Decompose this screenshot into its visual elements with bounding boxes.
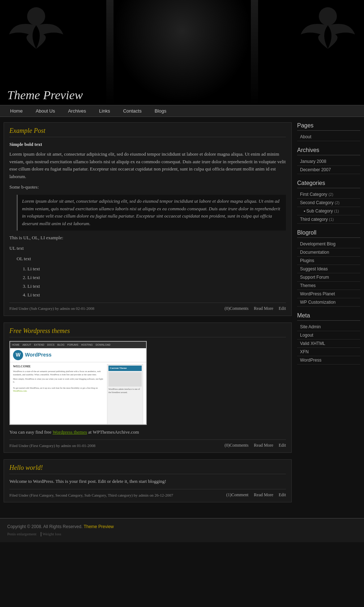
post-comments-link-wp[interactable]: (0)Comments (224, 443, 248, 448)
wp-nav-item: ABOUT (22, 343, 31, 347)
nav-about-us[interactable]: About Us (29, 105, 61, 117)
blogroll-docs-link[interactable]: Documentation (297, 248, 360, 256)
site-header: Theme Preview (0, 0, 364, 105)
blogroll-devblog-link[interactable]: Development Blog (297, 240, 360, 248)
nav-archives[interactable]: Archives (61, 105, 93, 117)
svg-point-0 (27, 7, 45, 25)
footer-link-2[interactable]: Weight loss (43, 532, 61, 536)
sidebar-cat-second-link[interactable]: Second Category (2) (297, 199, 360, 207)
post-body-example: Simple bold text Lorem ipsum dolor sit a… (9, 141, 286, 299)
post-read-more-link[interactable]: Read More (254, 306, 273, 311)
wp-brand-text: WordPress (25, 351, 52, 359)
list-item: Li text (27, 291, 286, 299)
sidebar-category-item-sub: ▪ Sub Category (1) (297, 207, 360, 215)
sidebar-pages: Pages About (297, 122, 360, 141)
svg-point-1 (319, 7, 337, 25)
blogroll-themes-link[interactable]: Themes (297, 282, 360, 290)
sidebar-pages-list: About (297, 133, 360, 141)
post-read-more-link-hello[interactable]: Read More (254, 492, 273, 498)
sidebar-blogroll-item: WordPress Planet (297, 290, 360, 298)
post-cat-link-3[interactable]: Sub Category (85, 493, 106, 497)
footer-theme-link[interactable]: Theme Preview (83, 524, 114, 529)
post-edit-link[interactable]: Edit (279, 306, 286, 311)
main-content: Example Post Simple bold text Lorem ipsu… (4, 122, 292, 509)
post-edit-link-wp[interactable]: Edit (279, 443, 286, 448)
sidebar-categories: Categories First Category (2) Second Cat… (297, 180, 360, 224)
sidebar-cat-first-link[interactable]: First Category (2) (297, 190, 360, 198)
post-title-link-hello[interactable]: Hello world! (9, 464, 43, 471)
sidebar-archives: Archives January 2008 December 2007 (297, 147, 360, 174)
wp-logo-circle: W (13, 350, 23, 360)
main-nav: Home About Us Archives Links Contacts Bl… (0, 105, 364, 117)
content-wrapper: Example Post Simple bold text Lorem ipsu… (0, 117, 364, 514)
sidebar-meta-item: XFN (297, 348, 360, 356)
post-title-example: Example Post (9, 127, 286, 137)
blogroll-wpcustom-link[interactable]: WP Customization (297, 298, 360, 306)
list-item: Li text (27, 265, 286, 273)
post-title-link-example[interactable]: Example Post (9, 127, 45, 134)
sidebar-blogroll-list: Development Blog Documentation Plugins S… (297, 240, 360, 307)
sidebar-archive-dec-link[interactable]: December 2007 (297, 166, 360, 174)
blogroll-suggest-link[interactable]: Suggest Ideas (297, 265, 360, 273)
sidebar-blogroll-item: Suggest Ideas (297, 265, 360, 273)
meta-siteadmin-link[interactable]: Site Admin (297, 323, 360, 331)
sidebar-archive-jan-link[interactable]: January 2008 (297, 157, 360, 165)
sidebar-category-item: Third category (1) (297, 215, 360, 224)
sidebar-meta-title: Meta (297, 312, 360, 321)
cat-count: (1) (334, 209, 339, 213)
post-read-more-link-wp[interactable]: Read More (254, 443, 273, 448)
sidebar-pages-about-link[interactable]: About (297, 133, 360, 141)
wp-nav-item: DOWNLOAD (95, 343, 110, 347)
wp-themes-link[interactable]: Wordpress themes (52, 429, 87, 435)
post-cat-link-2[interactable]: Second Category (55, 493, 82, 497)
wp-nav-item: HOME (12, 343, 20, 347)
meta-logout-link[interactable]: Logout (297, 331, 360, 339)
footer-link-1[interactable]: Penis enlargement (7, 532, 37, 536)
meta-xfn-link[interactable]: XFN (297, 348, 360, 356)
sidebar-archives-title: Archives (297, 147, 360, 155)
site-title: Theme Preview (7, 88, 83, 102)
post-cat-link-1[interactable]: First Category (31, 493, 53, 497)
wp-nav-item: BLOG (57, 343, 64, 347)
post-hello-world: Hello world! Welcome to WordPress. This … (4, 459, 292, 502)
post-category-link-wp[interactable]: First Category (31, 443, 53, 448)
site-footer: Copyright © 2008. All Rights Reserved. T… (0, 518, 364, 542)
blogroll-wpplanet-link[interactable]: WordPress Planet (297, 290, 360, 298)
nav-blogs[interactable]: Blogs (148, 105, 173, 117)
post-cat-link-4[interactable]: Third category (108, 493, 131, 497)
nav-links[interactable]: Links (93, 105, 116, 117)
sidebar-blogroll-item: WP Customization (297, 298, 360, 307)
post-ol-text: OL text (17, 255, 286, 263)
wordpress-screenshot: HOME ABOUT EXTEND DOCS BLOG FORUMS HOSTI… (9, 341, 147, 425)
sidebar-archives-list: January 2008 December 2007 (297, 157, 360, 174)
post-comments-link-hello[interactable]: (1)Comment (226, 492, 248, 498)
post-comments-link[interactable]: (0)Comments (224, 306, 248, 311)
post-footer-example: Filed Under (Sub Category) by admin on 0… (9, 303, 286, 311)
sidebar-meta-list: Site Admin Logout Valid XHTML XFN WordPr… (297, 323, 360, 364)
post-title-link-wp-themes[interactable]: Free Wordpress themes (9, 327, 70, 334)
sidebar: Pages About Archives January 2008 Decemb… (297, 122, 360, 509)
sidebar-meta-item: WordPress (297, 356, 360, 364)
list-item: Li text (27, 274, 286, 282)
post-category-link[interactable]: Sub Category (31, 306, 52, 311)
meta-wp-link[interactable]: WordPress (297, 356, 360, 364)
sidebar-pages-item: About (297, 133, 360, 141)
sidebar-cat-sub-link[interactable]: ▪ Sub Category (1) (297, 207, 360, 215)
blogroll-support-link[interactable]: Support Forum (297, 273, 360, 281)
post-body-hello: Welcome to WordPress. This is your first… (9, 478, 286, 485)
blogroll-plugins-link[interactable]: Plugins (297, 257, 360, 265)
wp-nav-item: HOSTING (81, 343, 93, 347)
nav-contacts[interactable]: Contacts (116, 105, 148, 117)
wp-nav-item: DOCS (47, 343, 55, 347)
post-wp-text: You can easy find free Wordpress themes … (9, 429, 286, 436)
sidebar-cat-third-link[interactable]: Third category (1) (297, 215, 360, 223)
meta-xhtml-link[interactable]: Valid XHTML (297, 340, 360, 347)
sidebar-blogroll-title: Blogroll (297, 229, 360, 238)
post-filed-under-wp: Filed Under (First Category) by admin on… (9, 443, 95, 448)
post-edit-link-hello[interactable]: Edit (279, 492, 286, 498)
wp-nav-item: FORUMS (67, 343, 78, 347)
post-bold-text: Simple bold text (9, 141, 286, 148)
sidebar-categories-title: Categories (297, 180, 360, 188)
cat-count: (1) (329, 217, 334, 222)
nav-home[interactable]: Home (4, 105, 29, 117)
